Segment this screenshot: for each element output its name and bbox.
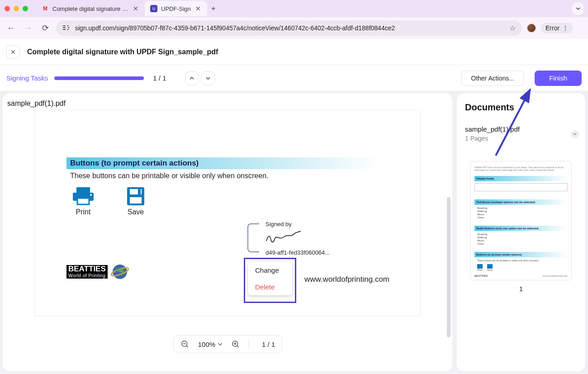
svg-rect-12	[138, 189, 141, 194]
documents-title: Documents	[465, 102, 577, 113]
thumbnail-page-number: 1	[465, 285, 577, 293]
printer-icon	[71, 186, 95, 206]
collapse-icon[interactable]	[571, 130, 579, 138]
error-label: Error	[545, 24, 560, 32]
forward-button[interactable]: →	[22, 22, 34, 34]
browser-chrome: M Complete digital signature wi… ✕ U UPD…	[0, 0, 588, 39]
close-doc-button[interactable]: ✕	[6, 45, 20, 59]
gmail-icon: M	[42, 5, 49, 12]
side-filename[interactable]: sample_pdf(1).pdf	[465, 125, 577, 133]
new-tab-button[interactable]: +	[207, 5, 220, 13]
svg-rect-2	[63, 29, 66, 30]
tab-close-icon[interactable]: ✕	[132, 5, 139, 12]
pdf-page[interactable]: Buttons (to prompt certain actions) Thes…	[35, 110, 420, 316]
other-actions-button[interactable]: Other Actions...	[461, 71, 524, 86]
logo-sub-text: World of Printing	[66, 273, 108, 279]
floppy-icon	[123, 186, 148, 206]
profile-avatar[interactable]	[526, 23, 536, 33]
vertical-scrollbar[interactable]	[447, 197, 450, 337]
page-indicator: 1 / 1	[262, 341, 275, 348]
finish-button[interactable]: Finish	[535, 71, 582, 86]
signature-context-menu: Change Delete	[244, 258, 296, 303]
side-pagecount: 1 Pages	[465, 135, 577, 142]
next-task-button[interactable]	[201, 71, 215, 85]
print-label: Print	[71, 208, 95, 216]
bookmark-star-icon[interactable]: ☆	[509, 24, 516, 33]
doc-title: Complete digital signature with UPDF Sig…	[27, 48, 218, 56]
back-button[interactable]: ←	[5, 22, 17, 34]
address-bar: ← → ⟳ sign.updf.com/sign/89705b07-f87c-4…	[0, 17, 588, 39]
svg-rect-13	[130, 197, 142, 204]
reload-button[interactable]: ⟳	[39, 22, 52, 34]
tab-title: UPDF-Sign	[161, 5, 191, 12]
task-progress	[54, 76, 144, 80]
signature-scribble	[266, 230, 330, 246]
canvas-area: sample_pdf(1).pdf Buttons (to prompt cer…	[3, 93, 452, 371]
tab-title: Complete digital signature wi…	[52, 5, 128, 12]
tab-updf-sign[interactable]: U UPDF-Sign ✕	[145, 1, 207, 16]
pdf-save-button[interactable]: Save	[123, 186, 148, 216]
chevron-down-icon	[218, 342, 223, 346]
tab-bar: M Complete digital signature wi… ✕ U UPD…	[0, 0, 588, 17]
updf-icon: U	[150, 5, 157, 12]
svg-line-22	[237, 346, 239, 347]
zoom-in-button[interactable]	[231, 339, 241, 349]
doc-header: ✕ Complete digital signature with UPDF S…	[0, 39, 588, 65]
site-settings-icon[interactable]	[62, 24, 71, 32]
svg-point-3	[67, 25, 69, 26]
save-label: Save	[123, 208, 148, 216]
beatties-logo: BEATTIES World of Printing	[66, 262, 129, 281]
signature-field[interactable]: Signed by d49-aff1-fed33f060064...	[247, 221, 330, 256]
svg-point-5	[67, 28, 69, 30]
current-file-label: sample_pdf(1).pdf	[3, 93, 452, 108]
window-close[interactable]	[5, 6, 10, 11]
documents-panel: Documents sample_pdf(1).pdf 1 Pages Fill…	[457, 93, 585, 371]
window-maximize[interactable]	[23, 6, 28, 11]
svg-rect-8	[77, 198, 89, 204]
tabs-overflow-button[interactable]	[572, 2, 584, 15]
extensions-error[interactable]: Error ⋮	[541, 23, 573, 33]
globe-icon	[110, 262, 129, 281]
signature-id: d49-aff1-fed33f060064...	[266, 249, 330, 256]
menu-change[interactable]: Change	[248, 262, 292, 279]
pdf-section-heading: Buttons (to prompt certain actions)	[66, 157, 379, 169]
pdf-print-button[interactable]: Print	[71, 186, 95, 216]
task-count: 1 / 1	[153, 74, 166, 82]
svg-rect-1	[63, 27, 66, 28]
signed-by-label: Signed by	[266, 221, 330, 227]
pdf-section-subtext: These buttons can be printable or visibl…	[70, 172, 268, 180]
svg-point-4	[68, 27, 70, 28]
page-thumbnail[interactable]: Fillable PDF forms can be customised to …	[470, 161, 572, 280]
window-controls	[5, 6, 28, 11]
prev-task-button[interactable]	[185, 71, 199, 85]
kebab-menu-icon[interactable]: ⋮	[562, 24, 569, 32]
zoom-value: 100%	[198, 341, 215, 348]
signing-tasks-label: Signing Tasks	[6, 74, 48, 82]
svg-rect-6	[76, 187, 90, 193]
task-stepper	[185, 71, 215, 85]
main-area: sample_pdf(1).pdf Buttons (to prompt cer…	[0, 91, 588, 373]
zoom-level[interactable]: 100%	[198, 341, 223, 348]
url-box[interactable]: sign.updf.com/sign/89705b07-f87c-4359-b6…	[56, 20, 522, 36]
logo-main-text: BEATTIES	[66, 265, 108, 273]
menu-delete[interactable]: Delete	[248, 279, 292, 295]
window-minimize[interactable]	[14, 6, 19, 11]
url-text: sign.updf.com/sign/89705b07-f87c-4359-b6…	[75, 24, 505, 32]
svg-line-18	[186, 346, 188, 347]
tab-gmail[interactable]: M Complete digital signature wi… ✕	[36, 1, 145, 16]
pdf-url-text: www.worldofprinting.com	[304, 275, 389, 284]
task-bar: Signing Tasks 1 / 1 Other Actions... Fin…	[0, 65, 588, 91]
app-page: ✕ Complete digital signature with UPDF S…	[0, 39, 588, 373]
svg-point-9	[90, 194, 92, 196]
signature-bracket	[247, 223, 259, 252]
viewer-footer: 100% 1 / 1	[173, 335, 282, 353]
zoom-out-button[interactable]	[180, 339, 190, 349]
tab-close-icon[interactable]: ✕	[194, 5, 202, 12]
svg-rect-0	[63, 25, 66, 26]
